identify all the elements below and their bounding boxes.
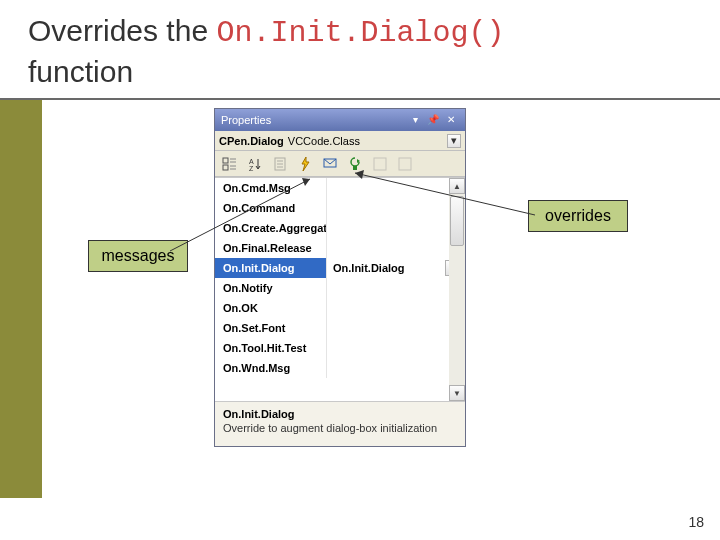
callout-overrides: overrides [528, 200, 628, 232]
svg-rect-4 [223, 165, 228, 170]
page-number: 18 [688, 514, 704, 530]
accent-bar [0, 100, 42, 498]
chevron-down-icon[interactable]: ▾ [447, 134, 461, 148]
scroll-track[interactable] [449, 194, 465, 385]
title-prefix: Overrides the [28, 14, 216, 47]
slide-title: Overrides the On.Init.Dialog() function [28, 12, 504, 90]
svg-line-19 [355, 173, 535, 215]
list-item[interactable]: On.OK [215, 298, 465, 318]
properties-panel: Properties ▾ 📌 ✕ CPen.Dialog VCCode.Clas… [214, 108, 466, 447]
svg-text:A: A [249, 158, 254, 165]
svg-rect-14 [353, 166, 357, 170]
svg-rect-15 [374, 158, 386, 170]
class-type: VCCode.Class [288, 135, 360, 147]
desc-text: Override to augment dialog-box initializ… [223, 422, 457, 436]
messages-button[interactable] [319, 153, 341, 175]
title-underline [0, 98, 720, 100]
list-item[interactable]: On.Set.Font [215, 318, 465, 338]
arrow-messages [170, 175, 320, 255]
svg-rect-16 [399, 158, 411, 170]
class-selector[interactable]: CPen.Dialog VCCode.Class ▾ [215, 131, 465, 151]
title-suffix: function [28, 55, 133, 88]
pin-icon[interactable]: 📌 [425, 112, 441, 128]
svg-line-17 [170, 179, 310, 251]
properties-titlebar[interactable]: Properties ▾ 📌 ✕ [215, 109, 465, 131]
list-item[interactable]: On.Wnd.Msg [215, 358, 465, 378]
scroll-down-button[interactable]: ▼ [449, 385, 465, 401]
svg-rect-0 [223, 158, 228, 163]
list-item[interactable]: On.Tool.Hit.Test [215, 338, 465, 358]
desc-heading: On.Init.Dialog [223, 408, 457, 420]
dropdown-icon[interactable]: ▾ [407, 112, 423, 128]
close-icon[interactable]: ✕ [443, 112, 459, 128]
svg-marker-20 [355, 170, 364, 179]
list-item[interactable]: On.Notify [215, 278, 465, 298]
description-pane: On.Init.Dialog Override to augment dialo… [215, 402, 465, 446]
arrow-overrides [350, 170, 540, 220]
class-name: CPen.Dialog [219, 135, 284, 147]
title-code: On.Init.Dialog() [216, 16, 504, 50]
list-item-selected[interactable]: On.Init.Dialog On.Init.Dialog▾ [215, 258, 465, 278]
categorized-button[interactable] [219, 153, 241, 175]
properties-title-label: Properties [221, 114, 271, 126]
svg-text:Z: Z [249, 165, 254, 172]
alphabetical-button[interactable]: AZ [244, 153, 266, 175]
properties-button [269, 153, 291, 175]
events-button[interactable] [294, 153, 316, 175]
